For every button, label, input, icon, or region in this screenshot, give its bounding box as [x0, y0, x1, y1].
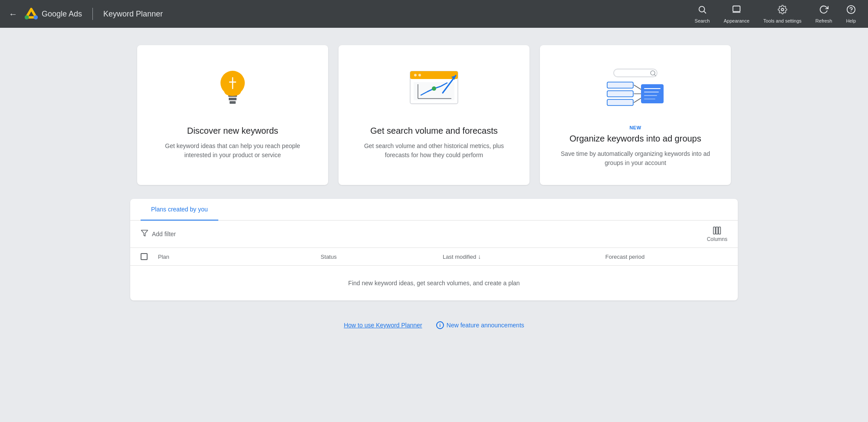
app-name-label: Google Ads — [42, 10, 82, 19]
svg-rect-41 — [716, 227, 718, 234]
search-icon — [697, 5, 707, 16]
organize-keywords-card[interactable]: NEW Organize keywords into ad groups Sav… — [540, 45, 731, 185]
last-modified-column-header[interactable]: Last modified ↓ — [443, 253, 605, 260]
google-ads-logo: Google Ads — [24, 7, 82, 21]
organize-card-desc: Save time by automatically organizing ke… — [554, 149, 717, 168]
select-all-checkbox[interactable] — [141, 253, 148, 260]
search-label: Search — [695, 18, 710, 23]
svg-rect-14 — [230, 101, 236, 104]
add-filter-text[interactable]: Add filter — [152, 231, 176, 237]
info-icon: i — [436, 321, 444, 329]
refresh-button[interactable]: Refresh — [810, 2, 838, 26]
empty-state-text: Find new keyword ideas, get search volum… — [348, 280, 519, 287]
back-button[interactable]: ← — [7, 7, 19, 21]
feature-announcements[interactable]: i New feature announcements — [436, 321, 524, 329]
organize-illustration — [601, 63, 670, 115]
page-title: Keyword Planner — [103, 10, 163, 19]
columns-icon — [712, 226, 722, 235]
svg-rect-29 — [607, 91, 633, 97]
svg-line-3 — [704, 11, 706, 13]
feature-announcements-label: New feature announcements — [447, 322, 524, 329]
svg-line-27 — [654, 74, 656, 76]
search-button[interactable]: Search — [690, 2, 715, 26]
svg-point-6 — [781, 8, 784, 11]
volume-card-desc: Get search volume and other historical m… — [352, 142, 516, 160]
header-left: ← Google Ads Keyword Planner — [7, 7, 690, 21]
tools-settings-button[interactable]: Tools and settings — [758, 2, 807, 26]
plans-created-by-you-tab[interactable]: Plans created by you — [141, 199, 218, 221]
sort-arrow-icon: ↓ — [478, 253, 481, 260]
empty-state: Find new keyword ideas, get search volum… — [130, 266, 738, 300]
discover-illustration — [198, 63, 267, 115]
appearance-button[interactable]: Appearance — [718, 2, 754, 26]
svg-point-18 — [418, 74, 421, 76]
select-all-checkbox-container[interactable] — [141, 253, 158, 260]
cards-row: Discover new keywords Get keyword ideas … — [130, 45, 738, 185]
svg-point-0 — [25, 15, 29, 20]
main-content: Discover new keywords Get keyword ideas … — [0, 28, 868, 346]
svg-point-8 — [851, 11, 852, 12]
svg-rect-34 — [641, 84, 664, 103]
volume-card-title: Get search volume and forecasts — [370, 125, 497, 136]
filter-row: Add filter Columns — [130, 221, 738, 248]
plan-column-header: Plan — [158, 254, 321, 260]
filter-icon — [141, 229, 148, 239]
svg-marker-39 — [141, 230, 148, 236]
header-divider — [92, 8, 93, 20]
svg-point-22 — [432, 86, 436, 91]
tools-settings-label: Tools and settings — [763, 18, 802, 23]
forecast-period-column-header: Forecast period — [605, 254, 727, 260]
discover-card-desc: Get keyword ideas that can help you reac… — [151, 142, 314, 160]
organize-card-title: Organize keywords into ad groups — [569, 133, 701, 144]
svg-line-33 — [634, 98, 641, 102]
svg-rect-40 — [713, 227, 716, 234]
help-button[interactable]: Help — [841, 2, 861, 26]
svg-point-17 — [414, 74, 417, 76]
svg-rect-4 — [733, 6, 740, 11]
discover-keywords-card[interactable]: Discover new keywords Get keyword ideas … — [137, 45, 328, 185]
volume-illustration — [399, 63, 469, 115]
google-ads-logo-icon — [24, 7, 38, 21]
tools-icon — [778, 5, 787, 16]
svg-rect-13 — [229, 98, 237, 100]
help-label: Help — [846, 18, 856, 23]
table-header: Plan Status Last modified ↓ Forecast per… — [130, 248, 738, 266]
svg-point-1 — [34, 15, 38, 20]
columns-button[interactable]: Columns — [707, 226, 727, 242]
help-icon — [846, 5, 856, 16]
status-column-header: Status — [321, 254, 443, 260]
appearance-label: Appearance — [723, 18, 749, 23]
footer: How to use Keyword Planner i New feature… — [344, 321, 524, 329]
back-icon: ← — [9, 9, 17, 19]
refresh-icon — [819, 5, 829, 16]
svg-rect-42 — [719, 227, 721, 234]
discover-card-title: Discover new keywords — [187, 125, 278, 136]
new-badge: NEW — [629, 125, 641, 130]
appearance-icon — [732, 5, 741, 16]
header: ← Google Ads Keyword Planner Search — [0, 0, 868, 28]
svg-rect-30 — [607, 99, 633, 106]
how-to-link[interactable]: How to use Keyword Planner — [344, 322, 422, 329]
search-volume-card[interactable]: Get search volume and forecasts Get sear… — [339, 45, 529, 185]
refresh-label: Refresh — [815, 18, 832, 23]
plans-tabs: Plans created by you — [130, 199, 738, 221]
filter-left: Add filter — [141, 229, 176, 239]
plans-section: Plans created by you Add filter Columns — [130, 199, 738, 300]
svg-line-31 — [634, 85, 641, 89]
svg-rect-16 — [410, 71, 458, 79]
header-right: Search Appearance Tools and settings — [690, 2, 861, 26]
columns-label: Columns — [707, 236, 727, 242]
svg-rect-28 — [607, 82, 633, 88]
